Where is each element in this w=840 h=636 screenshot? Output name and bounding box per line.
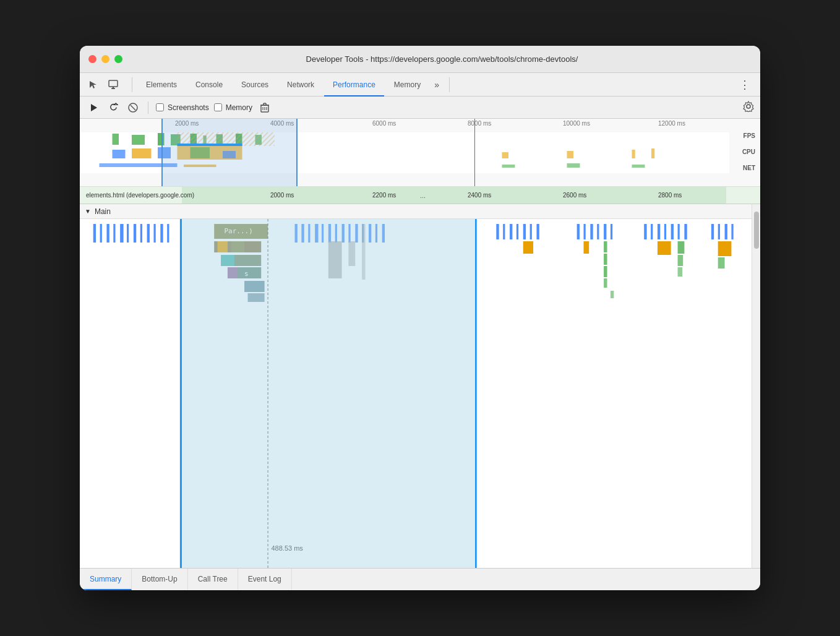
scrollbar-thumb[interactable]: [754, 212, 759, 249]
svg-rect-87: [503, 224, 505, 239]
svg-rect-111: [678, 224, 680, 239]
net-label: NET: [743, 165, 755, 171]
nav-separator-2: [449, 77, 450, 92]
tab-call-tree[interactable]: Call Tree: [188, 569, 238, 590]
nav-separator: [132, 77, 132, 92]
fps-label: FPS: [744, 132, 755, 139]
detail-mark-2400: 2400 ms: [468, 192, 491, 199]
nav-icons: [85, 76, 122, 93]
detail-ellipsis: ...: [420, 192, 426, 199]
flame-chart-header: ▼ Main: [80, 204, 752, 219]
cpu-label: CPU: [742, 148, 755, 155]
svg-rect-116: [678, 267, 683, 277]
memory-checkbox[interactable]: [214, 103, 222, 111]
svg-rect-115: [678, 255, 684, 266]
mark-6000: 6000 ms: [372, 120, 396, 127]
svg-rect-118: [718, 224, 720, 239]
tab-event-log[interactable]: Event Log: [238, 569, 292, 590]
svg-rect-51: [160, 224, 163, 243]
svg-rect-95: [584, 224, 586, 239]
scrollbar[interactable]: [752, 204, 760, 568]
tab-sources[interactable]: Sources: [233, 74, 277, 97]
svg-rect-107: [651, 224, 653, 239]
svg-rect-45: [120, 224, 123, 243]
tab-performance[interactable]: Performance: [324, 74, 384, 97]
flame-chart-body[interactable]: Par...) s l: [80, 219, 752, 568]
svg-rect-112: [684, 224, 687, 239]
svg-rect-88: [510, 224, 512, 239]
detail-mark-2200: 2200 ms: [372, 192, 396, 199]
trash-button[interactable]: [257, 100, 272, 115]
svg-rect-96: [590, 224, 593, 239]
tab-network[interactable]: Network: [278, 74, 323, 97]
tab-elements[interactable]: Elements: [137, 74, 186, 97]
cursor-icon[interactable]: [85, 76, 102, 93]
svg-rect-92: [536, 224, 539, 239]
screenshots-label[interactable]: Screenshots: [168, 103, 209, 112]
svg-rect-110: [671, 224, 674, 239]
svg-rect-15: [113, 134, 119, 145]
tab-console[interactable]: Console: [187, 74, 231, 97]
svg-rect-48: [140, 224, 142, 243]
toolbar: Screenshots Memory: [80, 97, 760, 119]
svg-rect-27: [132, 148, 152, 158]
svg-rect-39: [567, 163, 580, 168]
tab-summary[interactable]: Summary: [80, 569, 132, 590]
svg-rect-50: [153, 224, 155, 243]
red-marker: [474, 119, 475, 186]
timeline-detail: elements.html (developers.google.com) 22…: [80, 187, 760, 204]
flame-chart-title: Main: [95, 207, 111, 216]
memory-checkbox-group: Memory: [214, 103, 252, 112]
flame-chart[interactable]: ▼ Main: [80, 204, 752, 568]
screenshots-checkbox[interactable]: [156, 103, 164, 111]
mark-12000: 12000 ms: [658, 120, 685, 127]
maximize-button[interactable]: [114, 55, 122, 63]
svg-rect-49: [147, 224, 150, 243]
svg-rect-44: [113, 224, 115, 243]
more-tabs-button[interactable]: »: [429, 80, 444, 90]
detail-mark-2000: 2000 ms: [270, 192, 294, 199]
svg-rect-91: [530, 224, 532, 239]
svg-rect-52: [167, 224, 169, 243]
svg-rect-94: [577, 224, 580, 239]
svg-rect-109: [664, 224, 666, 239]
svg-rect-105: [611, 291, 614, 298]
svg-rect-122: [718, 257, 725, 269]
svg-rect-99: [611, 224, 612, 239]
settings-button[interactable]: [743, 101, 754, 114]
inspect-icon[interactable]: [105, 76, 122, 93]
timeline-ruler[interactable]: 2000 ms 4000 ms 6000 ms 8000 ms 10000 ms…: [80, 119, 760, 187]
close-button[interactable]: [88, 55, 96, 63]
svg-rect-34: [632, 150, 635, 158]
tab-bottom-up[interactable]: Bottom-Up: [132, 569, 187, 590]
svg-rect-16: [132, 135, 145, 145]
flame-selection: [181, 219, 476, 568]
window-title: Developer Tools - https://developers.goo…: [132, 54, 752, 64]
svg-rect-104: [604, 278, 607, 288]
kebab-menu-button[interactable]: ⋮: [734, 78, 755, 92]
window-controls: [88, 55, 122, 63]
svg-rect-40: [632, 165, 645, 168]
svg-rect-117: [711, 224, 714, 239]
svg-rect-47: [134, 224, 136, 243]
clear-button[interactable]: [126, 100, 140, 115]
svg-rect-33: [567, 151, 574, 158]
devtools-window: Developer Tools - https://developers.goo…: [80, 46, 760, 590]
svg-rect-120: [731, 224, 733, 239]
devtools-nav: Elements Console Sources Network Perform…: [80, 73, 760, 97]
mark-8000: 8000 ms: [468, 120, 491, 127]
reload-button[interactable]: [106, 100, 121, 115]
detail-mark-2600: 2600 ms: [563, 192, 586, 199]
memory-label[interactable]: Memory: [226, 103, 252, 112]
svg-rect-41: [93, 224, 96, 243]
minimize-button[interactable]: [101, 55, 109, 63]
svg-rect-121: [718, 241, 732, 256]
svg-rect-101: [604, 241, 607, 252]
tab-memory[interactable]: Memory: [385, 74, 429, 97]
collapse-icon[interactable]: ▼: [85, 208, 91, 215]
svg-point-14: [747, 105, 750, 108]
svg-rect-86: [496, 224, 499, 239]
svg-rect-26: [113, 150, 126, 158]
nav-tabs: Elements Console Sources Network Perform…: [137, 73, 429, 96]
record-button[interactable]: [86, 100, 101, 115]
